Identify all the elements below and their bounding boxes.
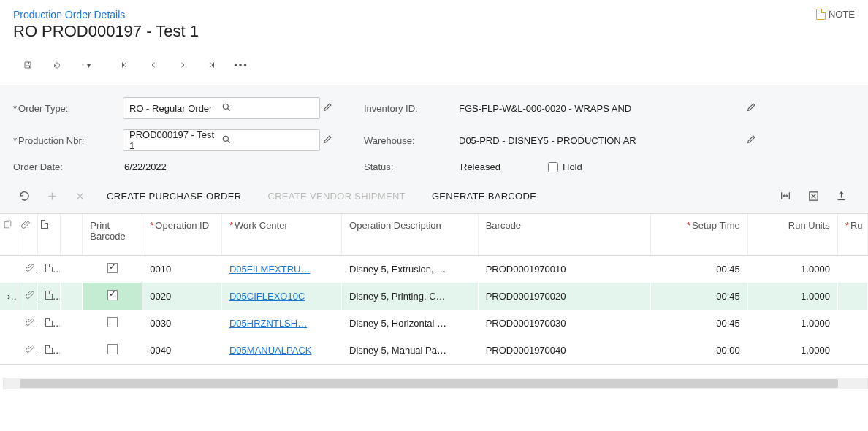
col-operation-id[interactable]: *Operation ID: [142, 214, 222, 256]
warehouse-value: D05-PRD - DISNEY5 - PRODUCTION AR: [459, 135, 744, 146]
order-type-input[interactable]: RO - Regular Order: [123, 97, 320, 119]
attachment-icon[interactable]: [18, 256, 38, 283]
col-work-center[interactable]: *Work Center: [221, 214, 341, 256]
work-center-link[interactable]: D05MANUALPACK: [229, 345, 311, 356]
table-row[interactable]: 0030D05HRZNTLSH…Disney 5, Horizontal …PR…: [0, 310, 868, 337]
inventory-id-label: Inventory ID:: [364, 103, 459, 114]
col-setup-time[interactable]: *Setup Time: [650, 214, 747, 256]
page-title: RO PROD000197 - Test 1: [13, 22, 199, 41]
status-value: Released: [459, 161, 539, 172]
barcode-cell[interactable]: PROD0001970040: [478, 337, 650, 364]
setup-time-cell[interactable]: 00:45: [650, 310, 747, 337]
row-selector-icon[interactable]: [0, 310, 18, 337]
edit-icon[interactable]: [320, 134, 335, 147]
print-barcode-checkbox[interactable]: [107, 263, 118, 273]
svg-rect-6: [4, 222, 9, 228]
hold-checkbox-input[interactable]: [548, 162, 558, 172]
note-icon[interactable]: [37, 310, 60, 337]
attachment-icon[interactable]: [18, 337, 38, 364]
row-selector-icon[interactable]: [0, 256, 18, 283]
col-run-units[interactable]: Run Units: [747, 214, 837, 256]
note-icon[interactable]: [37, 283, 60, 310]
production-nbr-value: PROD000197 - Test 1: [129, 129, 221, 151]
save-icon[interactable]: [13, 54, 42, 76]
col-op-desc[interactable]: Operation Description: [342, 214, 479, 256]
col-indicator: [60, 214, 83, 256]
print-barcode-checkbox[interactable]: [107, 290, 118, 300]
next-icon[interactable]: [168, 54, 197, 76]
more-icon[interactable]: •••: [226, 54, 256, 76]
operation-id-cell[interactable]: 0030: [142, 310, 222, 337]
run-units-cell[interactable]: 1.0000: [747, 337, 837, 364]
attachment-icon[interactable]: [18, 310, 38, 337]
table-row[interactable]: ›0020D05CIFLEXO10CDisney 5, Printing, C……: [0, 283, 868, 310]
scrollbar-thumb[interactable]: [20, 379, 838, 388]
upload-icon[interactable]: [827, 186, 855, 206]
form-area: *Order Type: RO - Regular Order Inventor…: [0, 85, 868, 178]
setup-time-cell[interactable]: 00:45: [650, 283, 747, 310]
first-icon[interactable]: [110, 54, 139, 76]
create-purchase-order-button[interactable]: CREATE PURCHASE ORDER: [94, 191, 254, 202]
operations-grid: Print Barcode *Operation ID *Work Center…: [0, 213, 868, 365]
work-center-link[interactable]: D05CIFLEXO10C: [229, 291, 305, 302]
run-units-cell[interactable]: 1.0000: [747, 283, 837, 310]
note-button[interactable]: NOTE: [816, 9, 855, 20]
generate-barcode-button[interactable]: GENERATE BARCODE: [419, 191, 549, 202]
col-notes[interactable]: [37, 214, 60, 256]
setup-time-cell[interactable]: 00:45: [650, 256, 747, 283]
breadcrumb-link[interactable]: Production Order Details: [13, 9, 125, 20]
search-icon[interactable]: [221, 102, 313, 115]
note-icon[interactable]: [37, 256, 60, 283]
operation-id-cell[interactable]: 0010: [142, 256, 222, 283]
svg-point-3: [223, 104, 228, 109]
op-desc-cell[interactable]: Disney 5, Horizontal …: [342, 310, 479, 337]
row-selector-icon[interactable]: [0, 337, 18, 364]
table-row[interactable]: 0040D05MANUALPACKDisney 5, Manual Pa…PRO…: [0, 337, 868, 364]
last-icon[interactable]: [197, 54, 226, 76]
op-desc-cell[interactable]: Disney 5, Extrusion, …: [342, 256, 479, 283]
col-barcode[interactable]: Barcode: [478, 214, 650, 256]
row-selector-icon[interactable]: ›: [0, 283, 18, 310]
op-desc-cell[interactable]: Disney 5, Manual Pa…: [342, 337, 479, 364]
order-type-value: RO - Regular Order: [129, 103, 221, 114]
setup-time-cell[interactable]: 00:00: [650, 337, 747, 364]
clipboard-menu[interactable]: [72, 54, 101, 76]
work-center-link[interactable]: D05FILMEXTRU…: [229, 264, 311, 275]
note-icon[interactable]: [37, 337, 60, 364]
barcode-cell[interactable]: PROD0001970010: [478, 256, 650, 283]
fit-columns-icon[interactable]: [772, 186, 799, 206]
col-print-barcode[interactable]: Print Barcode: [83, 214, 142, 256]
run-units-cell[interactable]: 1.0000: [747, 310, 837, 337]
operation-id-cell[interactable]: 0020: [142, 283, 222, 310]
note-label: NOTE: [829, 9, 855, 20]
attachment-icon[interactable]: [18, 283, 38, 310]
toolbar: •••: [13, 54, 855, 76]
add-row-icon: [38, 186, 66, 206]
production-nbr-input[interactable]: PROD000197 - Test 1: [123, 129, 320, 151]
barcode-cell[interactable]: PROD0001970020: [478, 283, 650, 310]
print-barcode-checkbox[interactable]: [107, 317, 118, 327]
edit-icon[interactable]: [320, 102, 335, 115]
prev-icon[interactable]: [139, 54, 168, 76]
col-run[interactable]: *Ru: [837, 214, 867, 256]
col-row-tools[interactable]: [0, 214, 18, 256]
table-row[interactable]: 0010D05FILMEXTRU…Disney 5, Extrusion, …P…: [0, 256, 868, 283]
work-center-link[interactable]: D05HRZNTLSH…: [229, 318, 307, 329]
horizontal-scrollbar[interactable]: [3, 378, 868, 389]
production-nbr-label: *Production Nbr:: [13, 135, 123, 146]
status-label: Status:: [364, 161, 459, 172]
print-barcode-checkbox[interactable]: [107, 344, 118, 354]
breadcrumb[interactable]: Production Order Details: [13, 9, 199, 20]
run-units-cell[interactable]: 1.0000: [747, 256, 837, 283]
hold-checkbox[interactable]: Hold: [548, 161, 582, 172]
edit-icon[interactable]: [744, 134, 758, 147]
search-icon[interactable]: [221, 134, 313, 147]
undo-icon[interactable]: [42, 54, 72, 76]
operation-id-cell[interactable]: 0040: [142, 337, 222, 364]
op-desc-cell[interactable]: Disney 5, Printing, C…: [342, 283, 479, 310]
barcode-cell[interactable]: PROD0001970030: [478, 310, 650, 337]
col-attach[interactable]: [18, 214, 38, 256]
edit-icon[interactable]: [744, 102, 758, 115]
refresh-icon[interactable]: [10, 186, 38, 206]
export-excel-icon[interactable]: [799, 186, 827, 206]
